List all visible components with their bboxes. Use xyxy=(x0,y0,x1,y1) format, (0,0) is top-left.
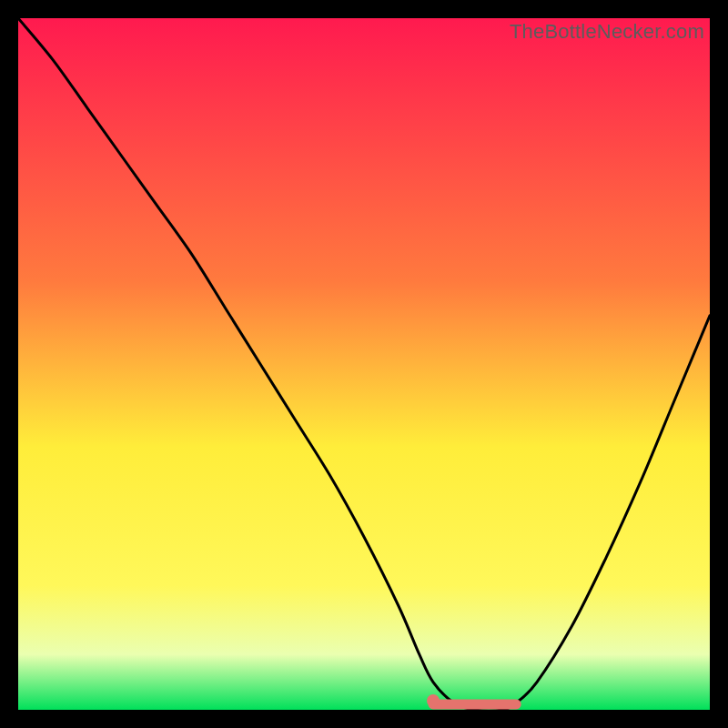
chart-frame: TheBottleNecker.com xyxy=(18,18,710,710)
optimal-start-dot xyxy=(427,694,440,707)
watermark-text: TheBottleNecker.com xyxy=(510,20,704,44)
bottleneck-chart xyxy=(18,18,710,710)
gradient-background xyxy=(18,18,710,710)
